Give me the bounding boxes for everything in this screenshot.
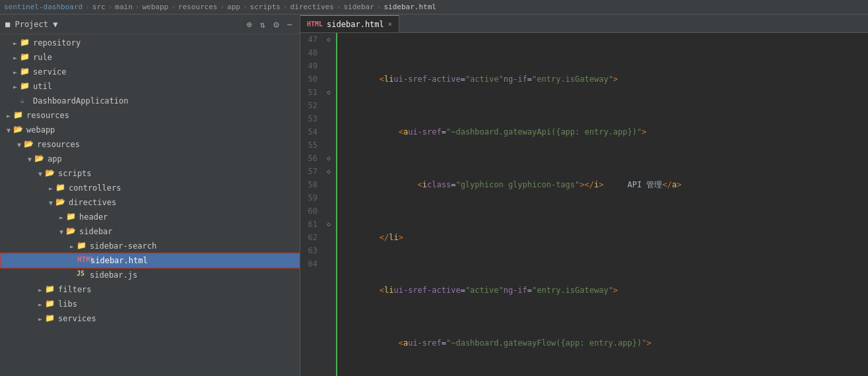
gutter-mark-61: ◇	[324, 218, 333, 231]
tree-item-scripts[interactable]: ▼ 📂 scripts	[0, 166, 300, 181]
tree-item-util[interactable]: ► 📁 util	[0, 79, 300, 94]
label-sidebar-js: sidebar.js	[90, 270, 137, 280]
tree-item-sidebar-search[interactable]: ► 📁 sidebar-search	[0, 239, 300, 253]
breadcrumb-sidebar[interactable]: sidebar	[343, 3, 374, 11]
main-layout: ■ Project ▼ ⊕ ⇅ ⚙ − ► 📁 repository ► 📁 r…	[0, 15, 868, 376]
gutter: ◇ ◇ ◇ ◇ ◇	[324, 33, 337, 376]
tree-item-repository[interactable]: ► 📁 repository	[0, 36, 300, 50]
tree-item-resources-webapp[interactable]: ▼ 📂 resources	[0, 137, 300, 152]
arrow-directives: ▼	[46, 199, 55, 206]
label-sidebar: sidebar	[79, 227, 113, 236]
arrow-scripts: ▼	[36, 170, 45, 177]
label-resources-top: resources	[26, 111, 69, 120]
label-service: service	[33, 67, 67, 77]
arrow-sidebar: ▼	[57, 228, 66, 235]
code-panel: HTML sidebar.html × 47 48 49 50 51 52 53…	[300, 15, 868, 376]
arrow-sidebar-js	[67, 272, 77, 279]
label-webapp: webapp	[26, 125, 55, 135]
arrow-resources-webapp: ▼	[15, 141, 24, 148]
arrow-services: ►	[36, 315, 45, 323]
breadcrumb-webapp[interactable]: webapp	[142, 3, 168, 11]
tree-item-sidebar-js[interactable]: JS sidebar.js	[0, 268, 300, 282]
html-icon-sidebar: HTML	[77, 255, 88, 266]
breadcrumb-current: sidebar.html	[384, 3, 436, 11]
tab-close-button[interactable]: ×	[388, 20, 392, 28]
arrow-app: ▼	[25, 156, 34, 163]
arrow-sidebar-html	[68, 257, 77, 265]
folder-icon-services: 📁	[45, 313, 55, 324]
breadcrumb-directives[interactable]: directives	[290, 3, 334, 11]
line-numbers: 47 48 49 50 51 52 53 54 55 56 57 58 59 6…	[300, 33, 324, 376]
tree-item-directives[interactable]: ▼ 📂 directives	[0, 195, 300, 210]
folder-icon-app: 📂	[34, 154, 45, 164]
arrow-filters: ►	[36, 286, 45, 294]
file-tree: ► 📁 repository ► 📁 rule ► 📁 service ► 📁 …	[0, 34, 300, 376]
label-services: services	[58, 314, 96, 323]
folder-icon-util: 📁	[20, 81, 30, 92]
arrow-rule: ►	[11, 54, 20, 61]
label-directives: directives	[69, 198, 116, 207]
breadcrumb-scripts[interactable]: scripts	[250, 3, 281, 11]
folder-icon-resources-top: 📁	[13, 110, 24, 121]
arrow-service: ►	[11, 69, 20, 76]
tab-sidebar-html[interactable]: HTML sidebar.html ×	[300, 15, 399, 32]
expand-icon[interactable]: ⊕	[244, 18, 253, 31]
folder-icon-filters: 📁	[45, 284, 55, 295]
close-panel-icon[interactable]: −	[285, 18, 294, 31]
tree-item-header[interactable]: ► 📁 header	[0, 210, 300, 224]
label-scripts: scripts	[58, 169, 92, 178]
label-dashboard-app: DashboardApplication	[33, 96, 129, 106]
tree-item-service[interactable]: ► 📁 service	[0, 65, 300, 79]
gutter-mark-57: ◇	[324, 165, 333, 178]
project-panel: ■ Project ▼ ⊕ ⇅ ⚙ − ► 📁 repository ► 📁 r…	[0, 15, 300, 376]
arrow-controllers: ►	[46, 185, 55, 192]
tree-item-dashboard-app[interactable]: ☕ DashboardApplication	[0, 94, 300, 108]
tab-label: sidebar.html	[327, 20, 384, 29]
tree-item-libs[interactable]: ► 📁 libs	[0, 297, 300, 311]
folder-icon-controllers: 📁	[55, 183, 66, 193]
arrow-webapp: ▼	[4, 127, 13, 134]
tree-item-rule[interactable]: ► 📁 rule	[0, 50, 300, 65]
folder-icon-repository: 📁	[20, 38, 30, 48]
code-line-52: <a ui-sref="~dashboard.gatewayFlow({app:…	[341, 336, 868, 350]
label-sidebar-html: sidebar.html	[90, 256, 148, 265]
tab-html-icon: HTML	[307, 20, 323, 28]
tree-item-sidebar-html[interactable]: HTML sidebar.html	[0, 253, 300, 268]
code-scroll-area[interactable]: 47 48 49 50 51 52 53 54 55 56 57 58 59 6…	[300, 33, 868, 376]
label-repository: repository	[33, 38, 81, 47]
code-line-48: <a ui-sref="~dashboard.gatewayApi({app: …	[341, 125, 868, 139]
folder-icon-rule: 📁	[20, 52, 30, 63]
breadcrumb-resources[interactable]: resources	[178, 3, 218, 11]
breadcrumb-app[interactable]: app	[227, 3, 240, 11]
arrow-repository: ►	[11, 40, 20, 47]
tree-item-filters[interactable]: ► 📁 filters	[0, 282, 300, 297]
java-icon-dashboard: ☕	[20, 96, 30, 106]
folder-icon-sidebar-search: 📁	[77, 241, 87, 251]
label-libs: libs	[58, 299, 77, 309]
breadcrumb-main[interactable]: main	[115, 3, 133, 11]
tree-item-app[interactable]: ▼ 📂 app	[0, 152, 300, 166]
panel-header: ■ Project ▼ ⊕ ⇅ ⚙ −	[0, 15, 300, 34]
gutter-mark-51: ◇	[324, 86, 333, 99]
collapse-icon[interactable]: ⇅	[258, 18, 267, 31]
breadcrumb-src[interactable]: src	[92, 3, 106, 11]
label-header: header	[79, 212, 108, 222]
code-lines: <li ui-sref-active="active" ng-if="entry…	[337, 33, 868, 376]
folder-icon-service: 📁	[20, 67, 30, 77]
settings-icon[interactable]: ⚙	[271, 18, 281, 31]
tree-item-resources-top[interactable]: ► 📁 resources	[0, 108, 300, 123]
breadcrumb-sentinel[interactable]: sentinel-dashboard	[4, 3, 83, 11]
arrow-sidebar-search: ►	[67, 243, 77, 250]
code-line-49: <i class="glyphicon glyphicon-tags"></i>…	[341, 178, 868, 191]
js-icon-sidebar: JS	[77, 270, 87, 280]
panel-title: ■ Project ▼	[5, 20, 240, 29]
tree-item-controllers[interactable]: ► 📁 controllers	[0, 181, 300, 195]
tree-item-sidebar[interactable]: ▼ 📂 sidebar	[0, 224, 300, 239]
folder-icon-webapp: 📂	[13, 125, 24, 135]
gutter-mark-56: ◇	[324, 152, 333, 165]
arrow-dashboard-app	[11, 98, 20, 105]
arrow-header: ►	[57, 214, 66, 221]
tree-item-services[interactable]: ► 📁 services	[0, 311, 300, 326]
code-line-50: </li>	[341, 231, 868, 244]
tree-item-webapp[interactable]: ▼ 📂 webapp	[0, 123, 300, 137]
